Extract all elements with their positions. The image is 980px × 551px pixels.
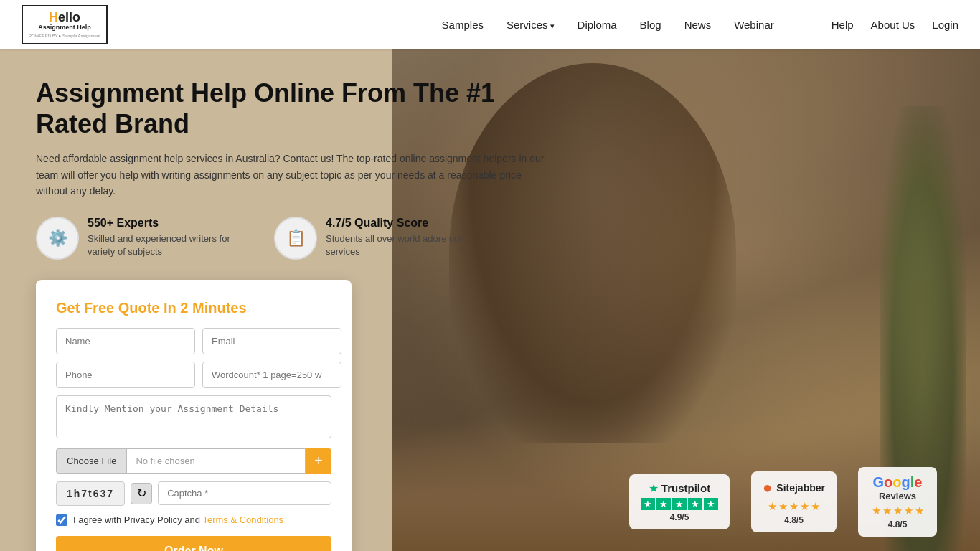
name-input[interactable] — [56, 328, 195, 354]
nav-webinar[interactable]: Webinar — [734, 19, 774, 31]
quote-form-card: Get Free Quote In 2 Minutes Choose File … — [36, 280, 352, 551]
phone-input[interactable] — [56, 362, 195, 388]
experts-text: 550+ Experts Skilled and experienced wri… — [88, 217, 231, 258]
logo-box: Hello Assignment Help POWERED BY ▸ Sampl… — [22, 5, 108, 44]
logo-sub: Assignment Help — [38, 24, 91, 32]
hero-section: Assignment Help Online From The #1 Rated… — [0, 49, 980, 551]
name-email-row — [56, 328, 331, 354]
experts-icon: ⚙️ — [36, 217, 79, 260]
logo-hello: Hello — [49, 11, 80, 24]
google-stars: ★ ★ ★ ★ ★ — [872, 504, 924, 517]
assignment-details-textarea[interactable] — [56, 395, 331, 438]
navbar: Hello Assignment Help POWERED BY ▸ Sampl… — [0, 0, 980, 49]
logo-powered: POWERED BY ▸ Sample Assignment — [29, 33, 100, 38]
google-score: 4.8/5 — [888, 519, 908, 529]
captcha-code: 1h7t637 — [56, 481, 125, 506]
trustpilot-badge: ★ Trustpilot ★ ★ ★ ★ ★ 4.9/5 — [629, 474, 730, 529]
file-chosen-label: No file chosen — [126, 448, 306, 474]
reviews-row: ★ Trustpilot ★ ★ ★ ★ ★ 4.9/5 ● Sitejabbe… — [629, 467, 937, 537]
stat-experts: ⚙️ 550+ Experts Skilled and experienced … — [36, 217, 231, 260]
quality-icon: 📋 — [274, 217, 317, 260]
trustpilot-name: Trustpilot — [661, 482, 710, 494]
order-now-button[interactable]: Order Now — [56, 536, 331, 551]
phone-wordcount-row — [56, 362, 331, 388]
nav-blog[interactable]: Blog — [640, 19, 661, 31]
captcha-input[interactable] — [158, 481, 331, 505]
agree-row: I agree with Privacy Policy and Terms & … — [56, 514, 331, 526]
captcha-refresh-button[interactable]: ↻ — [131, 483, 152, 504]
nav-help[interactable]: Help — [831, 19, 854, 31]
nav-about[interactable]: About Us — [871, 19, 915, 31]
agree-checkbox[interactable] — [56, 514, 67, 526]
hero-title: Assignment Help Online From The #1 Rated… — [36, 77, 524, 139]
google-reviews-label: Reviews — [873, 491, 923, 501]
email-input[interactable] — [202, 328, 341, 354]
hero-description: Need affordable assignment help services… — [36, 151, 552, 199]
sitejabber-stars: ★ ★ ★ ★ ★ — [768, 500, 820, 513]
nav-services[interactable]: Services — [507, 19, 555, 31]
nav-links: Samples Services Diploma Blog News Webin… — [442, 19, 774, 31]
sitejabber-badge: ● Sitejabber ★ ★ ★ ★ ★ 4.8/5 — [751, 471, 837, 532]
add-file-button[interactable]: + — [306, 448, 331, 474]
nav-right: Help About Us Login — [831, 19, 958, 31]
logo[interactable]: Hello Assignment Help POWERED BY ▸ Sampl… — [22, 5, 108, 44]
sitejabber-name: Sitejabber — [776, 482, 825, 494]
stat-quality: 📋 4.7/5 Quality Score Students all over … — [274, 217, 469, 260]
captcha-row: 1h7t637 ↻ — [56, 481, 331, 506]
terms-link[interactable]: Terms & Conditions — [202, 514, 283, 525]
file-upload-row: Choose File No file chosen + — [56, 448, 331, 474]
nav-samples[interactable]: Samples — [442, 19, 484, 31]
trustpilot-score: 4.9/5 — [670, 512, 689, 522]
trustpilot-stars: ★ ★ ★ ★ ★ — [641, 498, 718, 510]
nav-diploma[interactable]: Diploma — [578, 19, 617, 31]
stats-row: ⚙️ 550+ Experts Skilled and experienced … — [36, 217, 944, 260]
google-badge: Google Reviews ★ ★ ★ ★ ★ 4.8/5 — [858, 467, 937, 537]
wordcount-input[interactable] — [202, 362, 341, 388]
quality-text: 4.7/5 Quality Score Students all over wo… — [326, 217, 469, 258]
agree-text: I agree with Privacy Policy and Terms & … — [73, 514, 283, 525]
nav-news[interactable]: News — [684, 19, 712, 31]
nav-login[interactable]: Login — [932, 19, 958, 31]
sitejabber-score: 4.8/5 — [784, 515, 804, 525]
choose-file-button[interactable]: Choose File — [56, 448, 126, 474]
form-title: Get Free Quote In 2 Minutes — [56, 300, 331, 316]
